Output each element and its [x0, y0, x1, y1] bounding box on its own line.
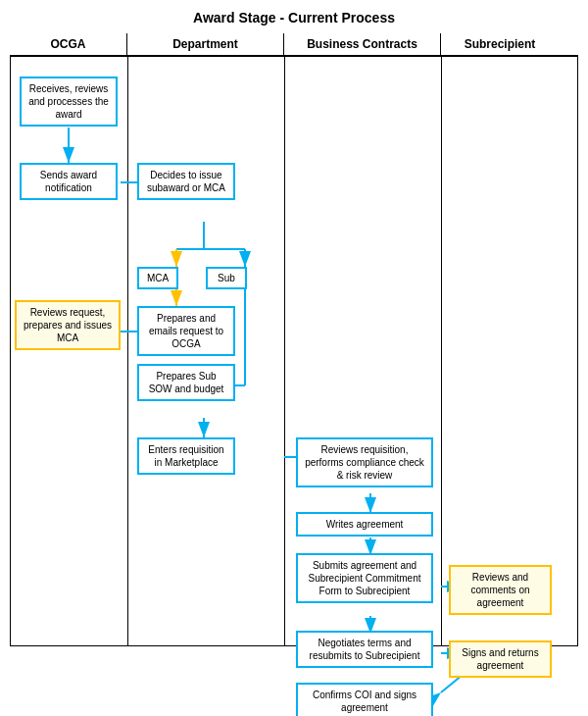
box-dept-sub: Sub — [206, 267, 247, 289]
box-dept-enters: Enters requisition in Marketplace — [137, 437, 235, 475]
box-ocga-receives: Receives, reviews and processes the awar… — [20, 77, 118, 127]
swimlane-body — [10, 57, 578, 646]
box-sub-signs: Signs and returns agreement — [449, 640, 552, 678]
lane-subrecipient — [442, 57, 560, 645]
box-dept-mca: MCA — [137, 267, 178, 289]
page-title: Award Stage - Current Process — [10, 10, 578, 26]
swimlane-container: OCGA Department Business Contracts Subre… — [10, 33, 578, 646]
lane-ocga — [11, 57, 128, 645]
box-bc-writes: Writes agreement — [296, 512, 433, 537]
box-bc-negotiates: Negotiates terms and resubmits to Subrec… — [296, 631, 433, 668]
swimlane-headers: OCGA Department Business Contracts Subre… — [10, 33, 578, 57]
box-sub-reviews: Reviews and comments on agreement — [449, 565, 552, 615]
header-subrecipient: Subrecipient — [441, 33, 559, 55]
box-bc-reviews: Reviews requisition, performs compliance… — [296, 437, 433, 487]
box-ocga-reviews: Reviews request, prepares and issues MCA — [15, 300, 121, 350]
header-ocga: OCGA — [10, 33, 127, 55]
swimlane-wrapper: Receives, reviews and processes the awar… — [10, 57, 578, 646]
box-dept-prepares-sow: Prepares Sub SOW and budget — [137, 364, 235, 401]
box-bc-confirms: Confirms COI and signs agreement — [296, 683, 433, 716]
box-dept-decides: Decides to issue subaward or MCA — [137, 163, 235, 200]
header-department: Department — [127, 33, 284, 55]
box-ocga-sends: Sends award notification — [20, 163, 118, 200]
box-bc-submits: Submits agreement and Subrecipient Commi… — [296, 553, 433, 603]
box-dept-prepares-emails: Prepares and emails request to OCGA — [137, 306, 235, 356]
header-business-contracts: Business Contracts — [284, 33, 441, 55]
